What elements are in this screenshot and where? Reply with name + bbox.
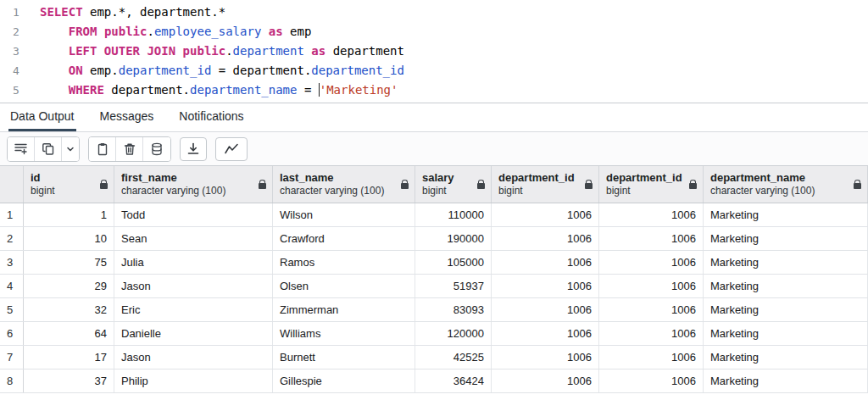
grid-cell[interactable]: Gillespie [273, 369, 415, 392]
chevron-down-icon [66, 145, 75, 153]
grid-cell[interactable]: 32 [24, 298, 114, 321]
grid-cell[interactable]: Danielle [114, 322, 273, 345]
code-line[interactable]: 5 WHERE department.department_name = 'Ma… [0, 81, 868, 100]
delete-row-button[interactable] [116, 137, 143, 161]
grid-cell[interactable]: Marketing [704, 322, 868, 345]
copy-button[interactable] [35, 137, 62, 161]
row-number-cell[interactable]: 4 [0, 275, 24, 297]
grid-cell[interactable]: 42525 [415, 346, 492, 369]
row-number-cell[interactable]: 6 [0, 322, 24, 345]
column-header-first_name[interactable]: first_namecharacter varying (100) [114, 166, 273, 203]
add-row-button[interactable] [8, 137, 35, 161]
grid-cell[interactable]: Julia [114, 251, 273, 274]
code-line[interactable]: 3 LEFT OUTER JOIN public.department as d… [0, 42, 868, 61]
paste-button[interactable] [89, 137, 116, 161]
grid-cell[interactable]: 37 [24, 369, 114, 392]
sql-editor[interactable]: 1SELECT emp.*, department.*2 FROM public… [0, 0, 868, 103]
grid-cell[interactable]: 1006 [599, 346, 704, 369]
sql-token: public [104, 25, 147, 38]
grid-cell[interactable]: Ramos [273, 251, 415, 274]
copy-dropdown-button[interactable] [62, 137, 79, 161]
grid-cell[interactable]: 1 [24, 203, 114, 226]
grid-cell[interactable]: 1006 [492, 369, 599, 392]
column-header-department_id[interactable]: department_idbigint [599, 166, 704, 203]
sql-token: LEFT OUTER JOIN [69, 44, 175, 58]
grid-cell[interactable]: 36424 [415, 369, 492, 392]
grid-corner-cell[interactable] [0, 166, 24, 203]
grid-cell[interactable]: 1006 [492, 203, 599, 226]
grid-cell[interactable]: Sean [114, 227, 273, 250]
grid-header-row: idbigintfirst_namecharacter varying (100… [0, 166, 868, 203]
grid-cell[interactable]: 1006 [599, 227, 704, 250]
sql-token: employee_salary [154, 25, 261, 38]
grid-cell[interactable]: Zimmerman [273, 298, 415, 321]
grid-cell[interactable]: 17 [24, 346, 114, 369]
grid-cell[interactable]: Jason [114, 275, 273, 297]
grid-cell[interactable]: Wilson [273, 203, 415, 226]
lock-icon [100, 183, 108, 189]
grid-cell[interactable]: 110000 [415, 203, 492, 226]
row-number-cell[interactable]: 2 [0, 227, 24, 250]
grid-rows: 11ToddWilson11000010061006Marketing210Se… [0, 203, 868, 393]
grid-cell[interactable]: Williams [273, 322, 415, 345]
grid-cell[interactable]: 1006 [492, 298, 599, 321]
save-data-button[interactable] [143, 137, 170, 161]
chart-button[interactable] [215, 137, 248, 161]
grid-cell[interactable]: Olsen [273, 275, 415, 297]
grid-cell[interactable]: 1006 [492, 251, 599, 274]
column-header-id[interactable]: idbigint [24, 166, 114, 203]
column-header-department_name[interactable]: department_namecharacter varying (100) [704, 166, 868, 203]
column-name: id [31, 170, 97, 185]
grid-cell[interactable]: Marketing [704, 251, 868, 274]
grid-cell[interactable]: 1006 [599, 322, 704, 345]
grid-cell[interactable]: Eric [114, 298, 273, 321]
grid-cell[interactable]: 64 [24, 322, 114, 345]
grid-cell[interactable]: 1006 [599, 298, 704, 321]
grid-cell[interactable]: 120000 [415, 322, 492, 345]
column-header-last_name[interactable]: last_namecharacter varying (100) [273, 166, 415, 203]
download-csv-button[interactable] [180, 137, 207, 161]
grid-cell[interactable]: 190000 [415, 227, 492, 250]
grid-cell[interactable]: 1006 [492, 322, 599, 345]
grid-cell[interactable]: 51937 [415, 275, 492, 297]
grid-cell[interactable]: Marketing [704, 227, 868, 250]
tab-data-output[interactable]: Data Output [8, 103, 76, 131]
grid-cell[interactable]: Marketing [704, 369, 868, 392]
grid-cell[interactable]: 29 [24, 275, 114, 297]
code-line[interactable]: 4 ON emp.department_id = department.depa… [0, 61, 868, 81]
code-line[interactable]: 1SELECT emp.*, department.* [0, 3, 868, 22]
grid-cell[interactable]: Marketing [704, 346, 868, 369]
grid-cell[interactable]: 1006 [492, 275, 599, 297]
grid-cell[interactable]: Philip [114, 369, 273, 392]
table-row: 717JasonBurnett4252510061006Marketing [0, 346, 868, 369]
grid-cell[interactable]: 10 [24, 227, 114, 250]
grid-cell[interactable]: 83093 [415, 298, 492, 321]
row-number-cell[interactable]: 3 [0, 251, 24, 274]
column-name: department_id [606, 170, 686, 185]
row-number-cell[interactable]: 7 [0, 346, 24, 369]
grid-cell[interactable]: 1006 [599, 369, 704, 392]
grid-cell[interactable]: Todd [114, 203, 273, 226]
grid-cell[interactable]: 1006 [492, 346, 599, 369]
row-number-cell[interactable]: 1 [0, 203, 24, 226]
grid-cell[interactable]: Marketing [704, 275, 868, 297]
grid-cell[interactable]: 75 [24, 251, 114, 274]
tab-notifications[interactable]: Notifications [177, 103, 245, 131]
grid-cell[interactable]: Crawford [273, 227, 415, 250]
column-header-department_id[interactable]: department_idbigint [492, 166, 599, 203]
grid-cell[interactable]: Marketing [704, 203, 868, 226]
grid-cell[interactable]: Jason [114, 346, 273, 369]
grid-cell[interactable]: 1006 [599, 203, 704, 226]
code-line[interactable]: 2 FROM public.employee_salary as emp [0, 22, 868, 42]
grid-cell[interactable]: Burnett [273, 346, 415, 369]
tab-messages[interactable]: Messages [98, 103, 156, 131]
grid-cell[interactable]: Marketing [704, 298, 868, 321]
row-number-cell[interactable]: 5 [0, 298, 24, 321]
grid-cell[interactable]: 1006 [599, 275, 704, 297]
grid-cell[interactable]: 1006 [492, 227, 599, 250]
sql-token [40, 64, 69, 77]
row-number-cell[interactable]: 8 [0, 369, 24, 392]
grid-cell[interactable]: 1006 [599, 251, 704, 274]
grid-cell[interactable]: 105000 [415, 251, 492, 274]
column-header-salary[interactable]: salarybigint [415, 166, 492, 203]
